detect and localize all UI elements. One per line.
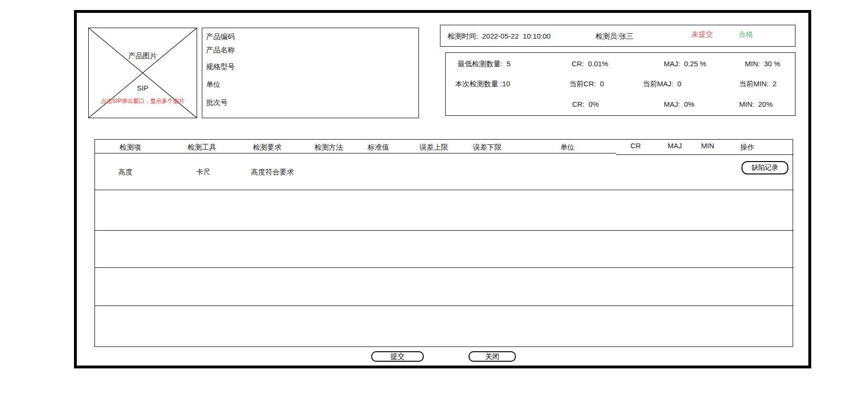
- col-header-tool: 检测工具: [188, 143, 216, 152]
- col-header-cr: CR: [630, 142, 641, 150]
- col-header-upper-tol: 误差上限: [419, 143, 448, 152]
- col-header-method: 检测方法: [314, 143, 343, 152]
- stat-min-limit: MIN: 30 %: [745, 60, 780, 68]
- stat-cr-rate: CR: 0%: [572, 100, 599, 109]
- stat-maj-limit: MAJ: 0.25 %: [664, 60, 706, 68]
- inspection-meta-bar: 检测时间: 2022-05-22 10:10:00 检测员:张三 未提交 合格: [440, 25, 795, 47]
- inspection-stats-panel: 最低检测数量: 5 CR: 0.01% MAJ: 0.25 % MIN: 30 …: [445, 52, 795, 116]
- stat-min-rate: MIN: 20%: [739, 100, 773, 109]
- defect-record-button[interactable]: 缺陷记录: [742, 161, 788, 174]
- submit-button[interactable]: 提交: [371, 351, 424, 362]
- col-header-maj: MAJ: [668, 142, 682, 150]
- col-header-lower-tol: 误差下限: [473, 143, 502, 152]
- cell-requirement: 高度符合要求: [251, 168, 294, 176]
- col-header-standard: 标准值: [368, 143, 389, 152]
- stat-cr-limit: CR: 0.01%: [572, 60, 608, 68]
- inspector-name: 检测员:张三: [596, 32, 633, 41]
- field-label-product-name: 产品名称: [206, 46, 235, 54]
- product-image-label: 产品图片: [128, 51, 157, 60]
- empty-table-row: [95, 230, 794, 267]
- inspection-form-screen: 产品图片 SIP 点击SIP弹出窗口，显示多个图片 产品编码 产品名称 规格型号…: [0, 0, 868, 397]
- product-image-placeholder: 产品图片 SIP 点击SIP弹出窗口，显示多个图片: [88, 28, 197, 118]
- header-divider: [95, 153, 616, 153]
- field-label-unit: 单位: [206, 80, 220, 89]
- sip-label[interactable]: SIP: [137, 84, 148, 92]
- stat-current-cr: 当前CR: 0: [569, 80, 604, 88]
- stat-min-qty: 最低检测数量: 5: [458, 60, 511, 68]
- stat-maj-rate: MAJ: 0%: [664, 100, 694, 109]
- header-divider: [616, 154, 794, 155]
- col-header-requirement: 检测要求: [253, 143, 282, 152]
- cell-item: 高度: [118, 168, 133, 176]
- inspection-table: 检测项 检测工具 检测要求 检测方法 标准值 误差上限 误差下限 单位 CR M…: [94, 139, 793, 347]
- sip-note: 点击SIP弹出窗口，显示多个图片: [101, 98, 184, 105]
- field-label-product-code: 产品编码: [206, 32, 235, 41]
- stat-current-min: 当前MIN: 2: [739, 80, 776, 88]
- stat-current-maj: 当前MAJ: 0: [643, 80, 681, 88]
- stat-current-qty: 本次检测数量 :10: [455, 80, 510, 88]
- field-label-batch-number: 批次号: [206, 98, 228, 107]
- col-header-item: 检测项: [120, 143, 141, 152]
- empty-table-row: [95, 305, 794, 347]
- cell-tool: 卡尺: [196, 168, 210, 176]
- col-header-min: MIN: [701, 142, 714, 150]
- close-button[interactable]: 关闭: [469, 351, 516, 362]
- status-badge-result: 合格: [739, 30, 753, 39]
- empty-table-row: [95, 190, 794, 230]
- field-label-spec-model: 规格型号: [206, 62, 235, 71]
- product-info-panel: 产品编码 产品名称 规格型号 单位 批次号: [202, 28, 419, 118]
- col-header-unit: 单位: [560, 143, 575, 152]
- col-header-action: 操作: [740, 143, 754, 152]
- empty-table-row: [95, 267, 794, 305]
- status-badge-unsubmitted: 未提交: [691, 30, 713, 39]
- inspection-time: 检测时间: 2022-05-22 10:10:00: [448, 32, 551, 41]
